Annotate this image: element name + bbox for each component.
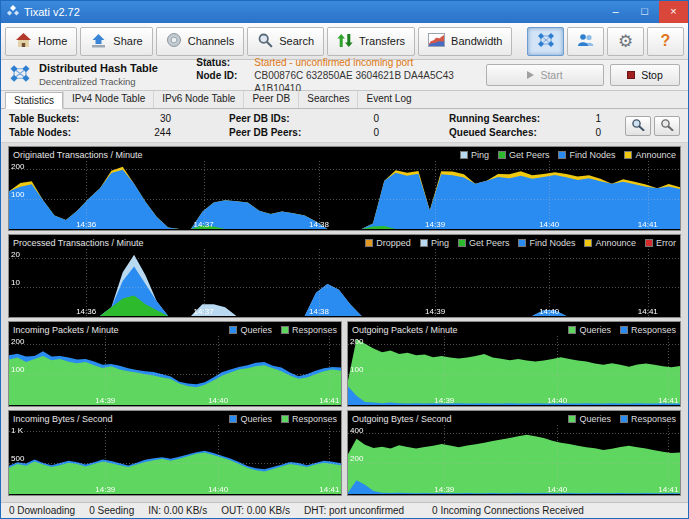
chart-canvas bbox=[9, 161, 680, 229]
dht-port-status: DHT: port unconfirmed bbox=[304, 505, 404, 516]
tab-peer-db[interactable]: Peer DB bbox=[243, 91, 298, 108]
minimize-button[interactable]: – bbox=[601, 1, 630, 23]
page-title: Distributed Hash Table bbox=[39, 62, 188, 75]
tab-statistics[interactable]: Statistics bbox=[5, 92, 63, 109]
legend-label: Queries bbox=[240, 325, 272, 335]
stop-button[interactable]: Stop bbox=[610, 64, 680, 86]
dht-header-icon bbox=[9, 64, 31, 87]
bandwidth-button[interactable]: Bandwidth bbox=[418, 27, 512, 56]
charts-row-packets: Incoming Packets / Minute QueriesRespons… bbox=[8, 321, 681, 407]
magnifier-gray-icon bbox=[660, 118, 674, 133]
legend-label: Get Peers bbox=[509, 150, 550, 160]
chart-legend: QueriesResponses bbox=[568, 414, 676, 424]
legend-item: Find Nodes bbox=[558, 150, 615, 160]
chart-canvas bbox=[9, 425, 341, 494]
chart-legend: QueriesResponses bbox=[229, 414, 337, 424]
chart-legend: QueriesResponses bbox=[568, 325, 676, 335]
legend-swatch-icon bbox=[620, 326, 628, 334]
maximize-button[interactable]: □ bbox=[630, 1, 659, 23]
table-nodes-value: 244 bbox=[85, 126, 171, 140]
dht-nodes-icon bbox=[537, 32, 555, 50]
tixati-window: Tixati v2.72 – □ × Home Share Channels S… bbox=[0, 0, 689, 519]
legend-swatch-icon bbox=[229, 326, 237, 334]
legend-label: Queries bbox=[579, 325, 611, 335]
legend-label: Dropped bbox=[376, 238, 411, 248]
settings-button[interactable]: ⚙ bbox=[607, 27, 644, 56]
legend-swatch-icon bbox=[518, 239, 526, 247]
status-bar: 0 Downloading 0 Seeding IN: 0.00 KB/s OU… bbox=[1, 502, 688, 518]
dht-search-button[interactable] bbox=[625, 116, 651, 136]
legend-label: Announce bbox=[595, 238, 636, 248]
chart-outgoing-bytes: Outgoing Bytes / Second QueriesResponses bbox=[347, 410, 681, 496]
peers-button[interactable] bbox=[567, 27, 604, 56]
chart-title: Processed Transactions / Minute bbox=[13, 238, 144, 248]
app-logo-icon bbox=[7, 5, 19, 19]
search-icon bbox=[257, 32, 273, 50]
legend-item: Announce bbox=[584, 238, 636, 248]
transfers-button[interactable]: Transfers bbox=[327, 27, 415, 56]
chart-title: Outgoing Bytes / Second bbox=[352, 414, 452, 424]
home-button[interactable]: Home bbox=[5, 27, 77, 56]
legend-item: Queries bbox=[229, 325, 272, 335]
legend-item: Get Peers bbox=[458, 238, 510, 248]
legend-swatch-icon bbox=[229, 415, 237, 423]
start-button-label: Start bbox=[540, 69, 562, 81]
dht-status-block: Status: Started - unconfirmed incoming p… bbox=[196, 56, 478, 95]
dht-lookup-button[interactable] bbox=[654, 116, 680, 136]
play-icon bbox=[527, 71, 534, 79]
dht-button[interactable] bbox=[527, 27, 564, 56]
peer-db-ids-label: Peer DB IDs: bbox=[229, 112, 301, 126]
chart-header: Originated Transactions / Minute PingGet… bbox=[9, 147, 680, 161]
dht-title-block: Distributed Hash Table Decentralized Tra… bbox=[39, 62, 188, 88]
close-button[interactable]: × bbox=[659, 1, 688, 23]
tab-searches[interactable]: Searches bbox=[298, 91, 357, 108]
legend-item: Responses bbox=[281, 414, 337, 424]
dht-action-buttons: Start Stop bbox=[486, 64, 680, 86]
legend-swatch-icon bbox=[458, 239, 466, 247]
legend-item: Responses bbox=[620, 414, 676, 424]
chart-legend: QueriesResponses bbox=[229, 325, 337, 335]
legend-swatch-icon bbox=[558, 151, 566, 159]
legend-swatch-icon bbox=[624, 151, 632, 159]
peers-icon bbox=[577, 33, 595, 50]
tab-event-log[interactable]: Event Log bbox=[357, 91, 419, 108]
chart-title: Outgoing Packets / Minute bbox=[352, 325, 458, 335]
chart-incoming-packets: Incoming Packets / Minute QueriesRespons… bbox=[8, 321, 342, 407]
charts-area: Originated Transactions / Minute PingGet… bbox=[1, 143, 688, 502]
legend-swatch-icon bbox=[365, 239, 373, 247]
legend-item: Queries bbox=[229, 414, 272, 424]
legend-item: Ping bbox=[420, 238, 449, 248]
chart-canvas bbox=[9, 249, 680, 316]
downloading-count: 0 Downloading bbox=[9, 505, 75, 516]
stop-button-label: Stop bbox=[641, 69, 663, 81]
incoming-connections: 0 Incoming Connections Received bbox=[432, 505, 584, 516]
legend-label: Responses bbox=[631, 325, 676, 335]
legend-item: Ping bbox=[460, 150, 489, 160]
charts-row-bytes: Incoming Bytes / Second QueriesResponses… bbox=[8, 410, 681, 496]
titlebar[interactable]: Tixati v2.72 – □ × bbox=[1, 1, 688, 23]
share-button[interactable]: Share bbox=[80, 27, 152, 56]
tab-ipv4-node-table[interactable]: IPv4 Node Table bbox=[63, 91, 153, 108]
tab-ipv6-node-table[interactable]: IPv6 Node Table bbox=[153, 91, 243, 108]
chart-incoming-bytes: Incoming Bytes / Second QueriesResponses bbox=[8, 410, 342, 496]
in-rate: IN: 0.00 KB/s bbox=[148, 505, 207, 516]
share-button-label: Share bbox=[113, 35, 142, 47]
dht-status-value: Started - unconfirmed incoming port bbox=[254, 56, 478, 69]
legend-item: Responses bbox=[620, 325, 676, 335]
stat-group-table: Table Buckets: 30 Table Nodes: 244 bbox=[9, 112, 171, 140]
chart-legend: PingGet PeersFind NodesAnnounce bbox=[460, 150, 676, 160]
search-tool-buttons bbox=[625, 116, 680, 136]
legend-label: Responses bbox=[292, 414, 337, 424]
legend-label: Find Nodes bbox=[569, 150, 615, 160]
legend-label: Find Nodes bbox=[529, 238, 575, 248]
chart-canvas bbox=[348, 336, 680, 405]
queued-searches-value: 0 bbox=[546, 126, 601, 140]
search-button[interactable]: Search bbox=[247, 27, 324, 56]
start-button[interactable]: Start bbox=[486, 64, 604, 86]
legend-swatch-icon bbox=[568, 415, 576, 423]
help-button[interactable]: ? bbox=[647, 27, 684, 56]
legend-item: Dropped bbox=[365, 238, 411, 248]
channels-button[interactable]: Channels bbox=[156, 27, 244, 56]
table-nodes-label: Table Nodes: bbox=[9, 126, 79, 140]
help-icon: ? bbox=[661, 33, 671, 49]
